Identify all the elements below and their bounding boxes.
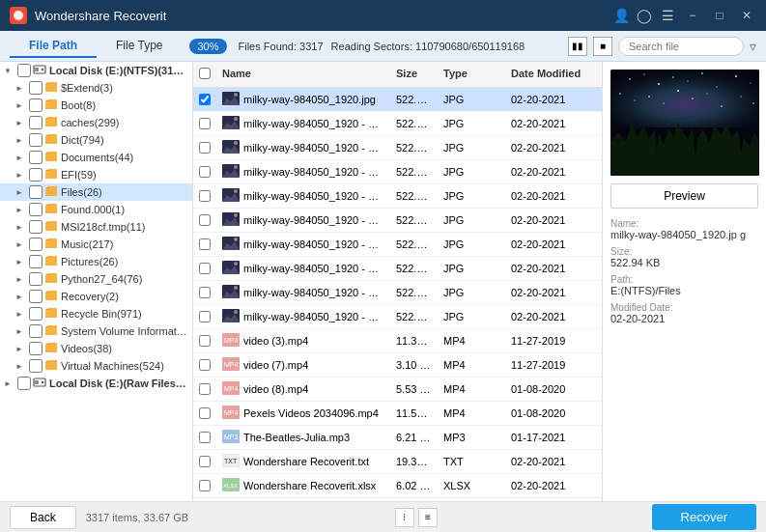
chevron-right-icon[interactable]: ► (15, 310, 27, 319)
github-icon[interactable]: ◯ (637, 8, 652, 23)
tree-checkbox-8[interactable] (29, 203, 43, 216)
chevron-right-icon[interactable]: ► (15, 206, 27, 214)
chevron-right-icon[interactable]: ► (15, 362, 27, 371)
tree-checkbox-9[interactable] (29, 220, 43, 234)
tree-checkbox-1[interactable] (29, 81, 43, 95)
row-checkbox-13[interactable] (199, 407, 211, 419)
sidebar-item-1[interactable]: ►$Extend(3) (0, 79, 192, 97)
table-row[interactable]: MP4video (3).mp411.35 MBMP411-27-2019 (193, 329, 602, 353)
table-row[interactable]: TXTWondershare Recoverit.txt19.33 KBTXT0… (193, 450, 602, 474)
chevron-right-icon[interactable]: ► (15, 188, 27, 197)
tree-checkbox-7[interactable] (29, 185, 43, 199)
search-input[interactable] (618, 37, 744, 56)
table-row[interactable]: milky-way-984050_1920.jpg522.94 KBJPG02-… (193, 88, 602, 112)
list-view-icon[interactable]: ≡ (418, 508, 438, 527)
header-size[interactable]: Size (390, 66, 438, 83)
filter-icon[interactable]: ▿ (750, 39, 756, 54)
back-button[interactable]: Back (10, 506, 76, 529)
table-row[interactable]: DOCXWondershare Recoverit Data Recovery … (193, 498, 602, 501)
table-row[interactable]: MP4Pexels Videos 2034096.mp411.51 MBMP40… (193, 402, 602, 426)
tree-checkbox-13[interactable] (29, 290, 43, 303)
sidebar-item-6[interactable]: ►EFI(59) (0, 166, 192, 183)
chevron-right-icon[interactable]: ► (15, 101, 27, 110)
table-row[interactable]: milky-way-984050_1920 - Copy (9).jpg522.… (193, 305, 602, 329)
minimize-button[interactable]: − (683, 6, 702, 25)
row-checkbox-0[interactable] (199, 94, 211, 105)
tree-checkbox-10[interactable] (29, 238, 43, 251)
tree-checkbox-4[interactable] (29, 133, 43, 147)
table-row[interactable]: milky-way-984050_1920 - Copy (8).jpg522.… (193, 281, 602, 305)
chevron-right-icon[interactable]: ► (15, 84, 27, 93)
row-checkbox-14[interactable] (199, 432, 211, 443)
sidebar-item-7[interactable]: ►Files(26) (0, 183, 192, 201)
row-checkbox-5[interactable] (199, 214, 211, 226)
sidebar-item-15[interactable]: ►System Volume Information(50) (0, 322, 192, 340)
sidebar-item-16[interactable]: ►Videos(38) (0, 340, 192, 357)
row-checkbox-3[interactable] (199, 166, 211, 178)
row-checkbox-6[interactable] (199, 238, 211, 250)
row-checkbox-12[interactable] (199, 383, 211, 395)
table-row[interactable]: milky-way-984050_1920 - Copy (5).jpg522.… (193, 209, 602, 233)
tree-checkbox-18[interactable] (17, 377, 31, 390)
tab-filetype[interactable]: File Type (97, 35, 182, 58)
row-checkbox-16[interactable] (199, 480, 211, 491)
tree-checkbox-0[interactable] (17, 64, 31, 77)
sidebar-item-17[interactable]: ►Virtual Machines(524) (0, 357, 192, 375)
sidebar-item-4[interactable]: ►Dict(794) (0, 131, 192, 149)
table-row[interactable]: MP4video (7).mp43.10 MBMP411-27-2019 (193, 353, 602, 378)
row-checkbox-4[interactable] (199, 190, 211, 202)
header-name[interactable]: Name (216, 66, 390, 83)
recover-button[interactable]: Recover (652, 504, 756, 530)
chevron-right-icon[interactable]: ► (4, 379, 15, 388)
chevron-right-icon[interactable]: ► (15, 327, 27, 336)
chevron-right-icon[interactable]: ► (15, 275, 27, 284)
chevron-right-icon[interactable]: ► (15, 136, 27, 145)
tree-checkbox-3[interactable] (29, 116, 43, 129)
row-checkbox-7[interactable] (199, 263, 211, 274)
header-type[interactable]: Type (438, 66, 505, 83)
chevron-right-icon[interactable]: ► (15, 240, 27, 249)
chevron-right-icon[interactable]: ► (15, 345, 27, 353)
table-row[interactable]: MP4video (8).mp45.53 MBMP401-08-2020 (193, 378, 602, 402)
sidebar-item-3[interactable]: ►caches(299) (0, 114, 192, 131)
chevron-right-icon[interactable]: ► (15, 154, 27, 162)
row-checkbox-1[interactable] (199, 118, 211, 129)
row-checkbox-2[interactable] (199, 142, 211, 154)
sidebar-item-10[interactable]: ►Music(217) (0, 236, 192, 253)
row-checkbox-9[interactable] (199, 311, 211, 322)
chevron-down-icon[interactable]: ▼ (4, 67, 15, 75)
chevron-right-icon[interactable]: ► (15, 223, 27, 232)
user-icon[interactable]: 👤 (613, 8, 629, 23)
tree-checkbox-2[interactable] (29, 98, 43, 112)
tree-checkbox-17[interactable] (29, 359, 43, 373)
menu-icon[interactable]: ☰ (660, 8, 675, 23)
sidebar-item-5[interactable]: ►Documents(44) (0, 149, 192, 166)
sidebar-item-8[interactable]: ►Found.000(1) (0, 201, 192, 218)
table-row[interactable]: milky-way-984050_1920 - Copy (4).jpg522.… (193, 184, 602, 209)
close-button[interactable]: ✕ (737, 6, 756, 25)
maximize-button[interactable]: □ (710, 6, 729, 25)
table-row[interactable]: milky-way-984050_1920 - Copy.jpg522.94 K… (193, 112, 602, 136)
table-row[interactable]: milky-way-984050_1920 - Copy (7).jpg522.… (193, 257, 602, 281)
chevron-right-icon[interactable]: ► (15, 171, 27, 180)
table-row[interactable]: milky-way-984050_1920 - Copy (2).jpg522.… (193, 136, 602, 160)
row-checkbox-11[interactable] (199, 359, 211, 371)
stop-button[interactable]: ■ (593, 37, 612, 56)
row-checkbox-10[interactable] (199, 335, 211, 347)
select-all-checkbox[interactable] (199, 68, 211, 79)
sidebar-item-2[interactable]: ►Boot(8) (0, 97, 192, 114)
tree-checkbox-15[interactable] (29, 324, 43, 338)
row-checkbox-15[interactable] (199, 456, 211, 467)
tree-checkbox-14[interactable] (29, 307, 43, 321)
pause-button[interactable]: ▮▮ (568, 37, 587, 56)
sidebar-item-12[interactable]: ►Python27_64(76) (0, 270, 192, 288)
chevron-right-icon[interactable]: ► (15, 258, 27, 266)
tree-checkbox-12[interactable] (29, 272, 43, 286)
chevron-right-icon[interactable]: ► (15, 119, 27, 127)
table-row[interactable]: XLSXWondershare Recoverit.xlsx6.02 KBXLS… (193, 474, 602, 498)
header-date[interactable]: Date Modified (505, 66, 602, 83)
sidebar-item-18[interactable]: ►Local Disk (E:)(Raw Files)(163) (0, 375, 192, 392)
table-row[interactable]: milky-way-984050_1920 - Copy (3).jpg522.… (193, 160, 602, 184)
preview-button[interactable]: Preview (610, 183, 758, 209)
grid-view-icon[interactable]: ⁝ (395, 508, 414, 527)
